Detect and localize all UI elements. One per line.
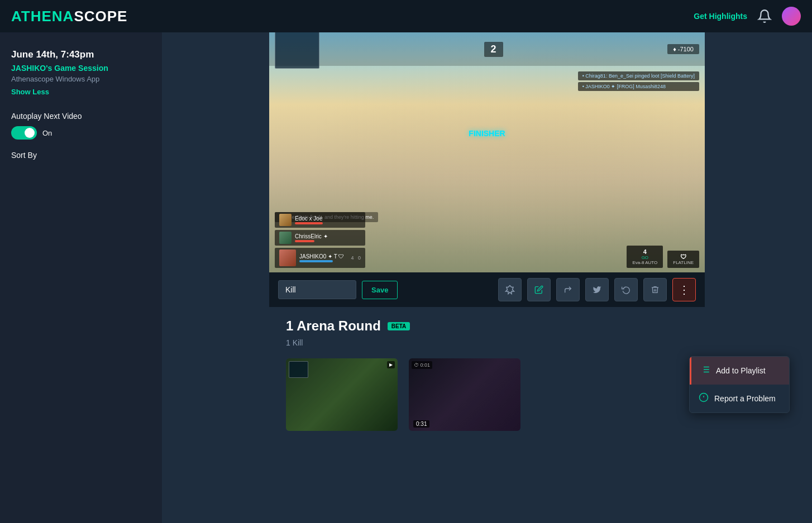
session-app: Athenascope Windows App [11, 75, 151, 83]
player-info: Edoc x Joé [295, 215, 323, 224]
player-name: ChrissElric ✦ [295, 233, 328, 239]
header-right: Get Highlights [694, 7, 801, 26]
thumb-minimap [289, 361, 308, 378]
kill-feed-item: • Chirag81: Ben_e_Sei pinged loot [Shiel… [578, 71, 699, 80]
report-problem-item[interactable]: Report a Problem [690, 385, 789, 412]
game-center-hud: 2 [484, 42, 503, 57]
avatar[interactable] [782, 7, 801, 26]
logo: ATHENA SCOPE [11, 8, 127, 25]
video-placeholder: 2 ♦ -7100 • Chirag81: Ben_e_Sei pinged l… [269, 32, 705, 272]
player-card: Edoc x Joé [275, 212, 365, 228]
kill-feed: • Chirag81: Ben_e_Sei pinged loot [Shiel… [578, 71, 699, 91]
autoplay-label: Autoplay Next Video [11, 112, 151, 121]
pin-button[interactable] [498, 278, 522, 301]
header: ATHENA SCOPE Get Highlights [0, 0, 812, 32]
bell-icon[interactable] [757, 9, 772, 23]
player-cards: Edoc x Joé ChrissElric ✦ [275, 212, 365, 268]
player-info: ChrissElric ✦ [295, 233, 328, 242]
main-layout: June 14th, 7:43pm JASHIKO's Game Session… [0, 32, 812, 523]
session-content: 1 Arena Round BETA 1 Kill [269, 307, 705, 358]
weapon-card: 4 GO Eva-8 AUTO [627, 246, 663, 268]
player-info: JASHIKO0 ✦ T 🛡 [299, 253, 344, 262]
content-area: 2 ♦ -7100 • Chirag81: Ben_e_Sei pinged l… [162, 32, 812, 523]
video-container: 2 ♦ -7100 • Chirag81: Ben_e_Sei pinged l… [269, 32, 705, 307]
finisher-text: FINISHER [469, 129, 505, 138]
save-button[interactable]: Save [362, 281, 398, 299]
twitter-button[interactable] [585, 278, 609, 301]
player-avatar [279, 232, 292, 244]
get-highlights-button[interactable]: Get Highlights [694, 12, 747, 21]
session-date: June 14th, 7:43pm [11, 49, 151, 60]
thumb-timer: ⏱ 0:01 [412, 361, 432, 369]
add-to-playlist-item[interactable]: Add to Playlist [690, 357, 789, 385]
edit-button[interactable] [527, 278, 551, 301]
delete-button[interactable] [643, 278, 667, 301]
game-ui-top: 2 ♦ -7100 [269, 32, 705, 66]
player-name: JASHIKO0 ✦ T 🛡 [299, 253, 344, 260]
sidebar: June 14th, 7:43pm JASHIKO's Game Session… [0, 32, 162, 523]
sort-by-label: Sort By [11, 151, 151, 160]
autoplay-toggle[interactable] [11, 126, 37, 140]
clip-name-input[interactable] [278, 280, 356, 299]
player-health [295, 222, 323, 224]
round-stat: 1 Kill [286, 338, 688, 347]
player-health [295, 240, 314, 242]
dropdown-menu: Add to Playlist Report a Problem [689, 356, 790, 413]
logo-scope: SCOPE [74, 8, 127, 25]
session-user: JASHIKO's Game Session [11, 64, 151, 73]
video-frame[interactable]: 2 ♦ -7100 • Chirag81: Ben_e_Sei pinged l… [269, 32, 705, 272]
weapon-area: 4 GO Eva-8 AUTO 🛡 FLATLINE [627, 246, 699, 268]
player-health [299, 260, 333, 262]
player-avatar [279, 249, 296, 266]
logo-athena: ATHENA [11, 8, 74, 25]
hud-score: 2 [484, 42, 503, 57]
beta-badge: BETA [388, 322, 410, 330]
thumb-duration: 0:31 [413, 420, 429, 428]
autoplay-section: Autoplay Next Video On [11, 112, 151, 140]
game-ui-bottom: Edoc x Joé ChrissElric ✦ [269, 228, 705, 272]
player-card: JASHIKO0 ✦ T 🛡 4 0 [275, 248, 365, 268]
more-button[interactable]: ⋮ [672, 278, 696, 301]
refresh-button[interactable] [614, 278, 638, 301]
kill-feed-item: • JASHIKO0 ✦ [FROG] Musashi8248 [578, 82, 699, 91]
round-title: 1 Arena Round [286, 318, 381, 334]
minimap [275, 32, 319, 69]
thumbnail-grid: ▶ 0:31 ⏱ 0:01 [269, 358, 705, 442]
username: JASHIKO [11, 64, 46, 73]
round-title-row: 1 Arena Round BETA [286, 318, 688, 334]
report-icon [699, 392, 709, 405]
player-avatar [279, 214, 292, 226]
thumbnail-card[interactable]: 0:31 ⏱ 0:01 [409, 358, 520, 431]
add-to-playlist-label: Add to Playlist [716, 366, 766, 375]
report-problem-label: Report a Problem [714, 394, 776, 403]
controls-bar: Save [269, 272, 705, 307]
thumbnail-card[interactable]: ▶ [286, 358, 398, 431]
toggle-row: On [11, 126, 151, 140]
toggle-label: On [42, 129, 52, 137]
show-less-button[interactable]: Show Less [11, 88, 49, 96]
player-card: ChrissElric ✦ [275, 230, 365, 246]
thumb-hud: ▶ [387, 361, 395, 368]
weapon-card: 🛡 FLATLINE [667, 251, 699, 268]
playlist-icon [700, 364, 710, 377]
share-button[interactable] [556, 278, 580, 301]
player-name: Edoc x Joé [295, 215, 323, 222]
